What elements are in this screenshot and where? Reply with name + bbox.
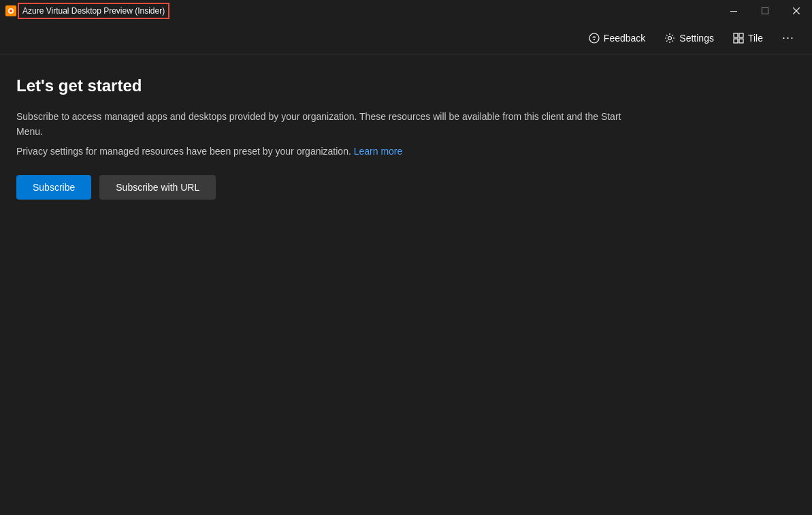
svg-rect-4	[762, 7, 768, 14]
more-icon: ···	[782, 31, 794, 45]
toolbar: Feedback Settings Tile ···	[0, 22, 812, 54]
more-options-button[interactable]: ···	[775, 25, 801, 50]
svg-point-2	[10, 10, 12, 12]
svg-point-9	[668, 36, 672, 40]
close-button[interactable]	[781, 0, 812, 22]
main-content: Let's get started Subscribe to access ma…	[0, 54, 812, 515]
description-line2-text: Privacy settings for managed resources h…	[16, 146, 351, 157]
subscribe-with-url-button[interactable]: Subscribe with URL	[99, 175, 216, 200]
window-controls	[718, 0, 812, 22]
description-line2: Privacy settings for managed resources h…	[16, 144, 629, 159]
page-title: Let's get started	[16, 76, 796, 95]
window-title: Azure Virtual Desktop Preview (Insider)	[20, 5, 167, 16]
svg-rect-10	[734, 33, 738, 37]
learn-more-link[interactable]: Learn more	[354, 146, 403, 157]
tile-icon	[733, 33, 744, 44]
feedback-label: Feedback	[604, 33, 645, 44]
minimize-button[interactable]	[718, 0, 749, 22]
app-icon	[5, 5, 16, 16]
feedback-button[interactable]: Feedback	[582, 27, 652, 49]
feedback-icon	[589, 33, 600, 44]
action-buttons: Subscribe Subscribe with URL	[16, 175, 796, 200]
settings-icon	[664, 33, 675, 44]
svg-rect-13	[739, 39, 743, 43]
title-bar-left: Azure Virtual Desktop Preview (Insider)	[5, 5, 167, 16]
svg-rect-12	[734, 39, 738, 43]
maximize-button[interactable]	[749, 0, 781, 22]
svg-rect-11	[739, 33, 743, 37]
svg-point-7	[589, 33, 599, 43]
svg-point-8	[594, 39, 595, 40]
title-bar: Azure Virtual Desktop Preview (Insider)	[0, 0, 812, 22]
description-line1: Subscribe to access managed apps and des…	[16, 109, 629, 140]
subscribe-button[interactable]: Subscribe	[16, 175, 91, 200]
tile-button[interactable]: Tile	[726, 27, 770, 49]
settings-label: Settings	[679, 33, 714, 44]
tile-label: Tile	[748, 33, 763, 44]
svg-rect-3	[730, 11, 737, 12]
settings-button[interactable]: Settings	[657, 27, 721, 49]
